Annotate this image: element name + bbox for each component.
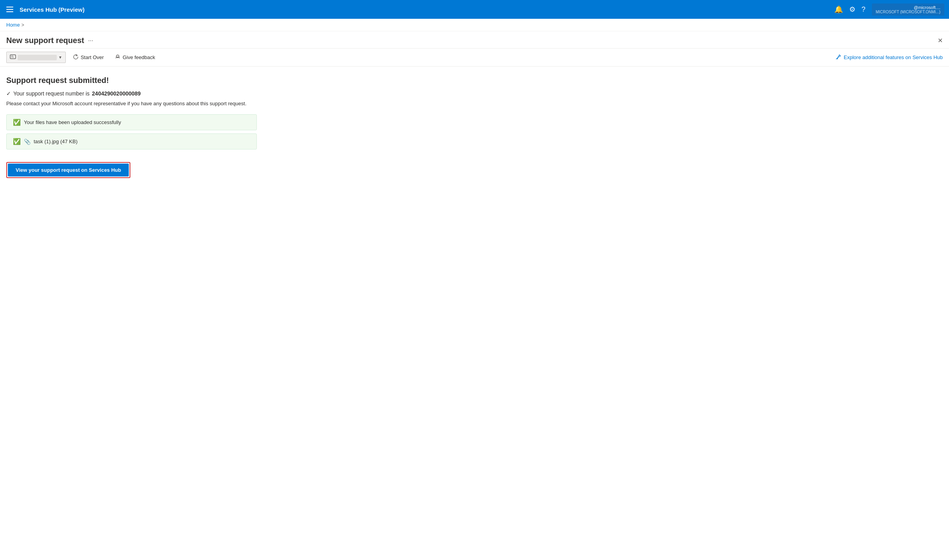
help-icon[interactable]: ?	[862, 5, 866, 14]
attachment-icon: 📎	[24, 139, 31, 145]
upload-success-icon: ✅	[13, 119, 21, 126]
refresh-icon	[73, 54, 79, 61]
notification-icon[interactable]: 🔔	[834, 5, 843, 14]
give-feedback-button[interactable]: Give feedback	[111, 52, 159, 63]
contact-text: Please contact your Microsoft account re…	[6, 101, 943, 106]
explore-icon	[835, 54, 841, 61]
upload-success-label: Your files have been uploaded successful…	[24, 119, 121, 125]
checkmark-icon: ✓	[6, 90, 11, 97]
start-over-label: Start Over	[81, 54, 104, 60]
subscription-selector[interactable]: ▼	[6, 52, 66, 63]
settings-icon[interactable]: ⚙	[849, 5, 855, 14]
explore-link[interactable]: Explore additional features on Services …	[835, 54, 943, 61]
user-email: @microsoft....	[914, 5, 940, 10]
dropdown-chevron-icon: ▼	[58, 55, 62, 59]
upload-success-box: ✅ Your files have been uploaded successf…	[6, 114, 257, 130]
request-number: 2404290020000089	[92, 90, 141, 97]
main-content: Support request submitted! ✓ Your suppor…	[0, 67, 949, 187]
file-name: task (1).jpg (47 KB)	[34, 139, 78, 144]
page-more-button[interactable]: ···	[88, 37, 93, 44]
view-button-highlight: View your support request on Services Hu…	[6, 162, 130, 178]
user-tenant: MICROSOFT (MICROSOFT.ONMI...)	[876, 10, 940, 14]
file-row: ✅ 📎 task (1).jpg (47 KB)	[6, 133, 257, 149]
user-account[interactable]: @microsoft.... MICROSOFT (MICROSOFT.ONMI…	[872, 4, 944, 16]
request-number-prefix: Your support request number is	[13, 90, 90, 97]
breadcrumb-home[interactable]: Home	[6, 22, 20, 28]
topbar: Services Hub (Preview) 🔔 ⚙ ? @microsoft.…	[0, 0, 949, 19]
svg-rect-0	[10, 55, 16, 59]
page-header: New support request ··· ✕	[0, 31, 949, 49]
breadcrumb: Home >	[0, 19, 949, 31]
app-title: Services Hub (Preview)	[20, 6, 85, 13]
give-feedback-label: Give feedback	[123, 54, 155, 60]
feedback-icon	[115, 54, 121, 61]
explore-label: Explore additional features on Services …	[844, 54, 943, 60]
page-title: New support request	[6, 36, 84, 45]
subscription-text	[18, 55, 57, 60]
toolbar: ▼ Start Over Give feedback Explore addit…	[0, 49, 949, 67]
subscription-icon	[10, 54, 16, 61]
start-over-button[interactable]: Start Over	[69, 52, 108, 63]
topbar-left: Services Hub (Preview)	[5, 5, 85, 14]
breadcrumb-separator: >	[22, 22, 24, 28]
submitted-title: Support request submitted!	[6, 76, 943, 85]
file-success-icon: ✅	[13, 138, 21, 145]
view-support-request-button[interactable]: View your support request on Services Hu…	[8, 164, 129, 176]
request-number-row: ✓ Your support request number is 2404290…	[6, 90, 943, 97]
hamburger-menu[interactable]	[5, 5, 15, 14]
topbar-right: 🔔 ⚙ ? @microsoft.... MICROSOFT (MICROSOF…	[834, 4, 944, 16]
close-button[interactable]: ✕	[938, 37, 943, 44]
